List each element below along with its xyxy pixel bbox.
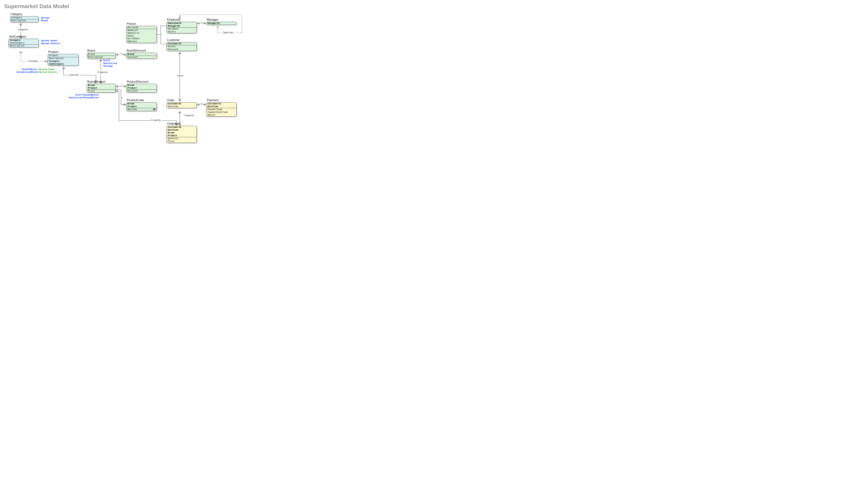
note-line: Bread	[41, 19, 49, 22]
attr: Salary	[167, 30, 197, 33]
attr: CustomerId	[167, 42, 197, 45]
entity-brandproduct: BrandProduct Brand Product Price	[87, 80, 116, 93]
note-bp-b: PeanutButter PeanutButter	[83, 94, 99, 99]
attr: ManagerId	[207, 22, 236, 25]
attr: Amount	[207, 114, 236, 117]
attr: CustomerId	[167, 126, 197, 129]
entity-payment: Payment CustomerId DateTime PaymentType …	[206, 98, 237, 117]
entity-caption: Payment	[206, 98, 237, 102]
entity-branddiscount: BrandDiscount Brand Discount	[126, 49, 157, 59]
attr: Brand	[126, 84, 156, 87]
attr: Category	[9, 39, 39, 42]
note-product-b: Spread Sweet Spread Savoury	[39, 68, 58, 74]
note-line: Spread	[41, 17, 49, 19]
entity-person: Person PersonId NameLast NameFirst Email…	[126, 22, 157, 43]
svg-point-71	[204, 22, 205, 24]
svg-line-11	[46, 60, 48, 61]
attr: Category	[48, 60, 78, 63]
attr: Brand	[87, 53, 116, 56]
attr: DateTime	[167, 105, 197, 108]
attr: HireDate	[167, 28, 197, 30]
entity-brand: Brand Brand Description	[87, 49, 116, 59]
attr: Price	[87, 90, 116, 92]
svg-line-12	[46, 61, 48, 62]
entity-caption: ProductCode	[126, 98, 157, 102]
entity-caption: OrderItem	[166, 122, 197, 126]
attr: Points	[167, 45, 197, 48]
rel-soldas: Is Sold As	[150, 119, 162, 122]
ak-badge: AK	[153, 108, 155, 111]
note-line: PeanutButter	[16, 68, 38, 71]
entity-manager: Manager ManagerId	[206, 18, 237, 25]
attr: Description	[48, 57, 78, 60]
attr: Description	[9, 45, 39, 47]
attr: Brand	[87, 84, 116, 87]
entity-subcategory: SubCategory Category SubCategory Descrip…	[9, 35, 39, 47]
diagram-canvas: Supermarket Data Model	[0, 0, 252, 148]
attr: Price	[167, 140, 197, 143]
attr: Discount	[126, 56, 156, 59]
attr: Product	[48, 54, 78, 57]
rel-is-pay: Is	[200, 103, 203, 105]
attr: BirthDate	[126, 37, 156, 40]
attr: SubCategory	[9, 42, 39, 44]
entity-product: Product Product Description Category Sub…	[48, 50, 78, 66]
rel-supervises: Supervises	[222, 31, 234, 34]
entity-caption: Customer	[166, 39, 197, 42]
note-line: Kellogs	[103, 65, 117, 67]
attr: Description	[87, 56, 116, 59]
entity-customer: Customer CustomerId Points Discount	[166, 39, 197, 51]
entity-order: Order CustomerId DateTime	[166, 98, 197, 108]
rel-comprises-2: Comprises	[97, 71, 108, 74]
svg-point-41	[123, 104, 125, 105]
attr: Email	[126, 34, 156, 37]
rel-is-emp: Is	[200, 21, 203, 24]
attr: Product	[87, 87, 116, 90]
rel-is-bd: Is	[120, 52, 123, 55]
attr: Product	[126, 87, 156, 90]
note-bp-a: Kraft Sanitarium	[66, 94, 82, 99]
note-line: Spread Savoury	[41, 42, 60, 45]
note-line: PeanutButter	[83, 94, 99, 96]
attr: CustomerId	[207, 103, 236, 105]
rel-classifies: Classifies	[28, 60, 39, 63]
entity-employee: Employee EmployeeId ManagerId HireDate S…	[166, 18, 197, 33]
entity-caption: Brand	[87, 49, 116, 53]
entity-caption: Product	[48, 50, 78, 54]
entity-caption: BrandProduct	[87, 80, 116, 84]
rel-existsas: Exists As	[69, 74, 79, 76]
entity-orderitem: OrderItem CustomerId DateTime Brand Prod…	[166, 122, 197, 143]
svg-point-66	[204, 104, 205, 105]
note-line: Spread Savoury	[39, 71, 58, 74]
entity-caption: Manager	[206, 18, 237, 22]
attr: Discount	[126, 90, 156, 92]
rel-is-pc: Is	[120, 96, 123, 99]
note-line: PeanutButter	[83, 96, 99, 99]
attr: SubCategory	[48, 63, 78, 65]
note-category: Spread Bread	[41, 17, 49, 22]
note-line: Spread Sweet	[39, 68, 58, 71]
entity-caption: Category	[10, 13, 39, 16]
note-line: Kraft	[103, 59, 117, 62]
attr: DateTime	[207, 105, 236, 108]
note-brand: Kraft Sanitarium Kellogs	[103, 59, 117, 67]
entity-caption: SubCategory	[9, 35, 39, 39]
attr: Address	[126, 40, 156, 43]
attr: Product	[126, 105, 156, 108]
note-line: Kraft	[66, 94, 82, 96]
attr: Product	[167, 134, 197, 137]
rel-comprises-3: Comprises	[183, 114, 195, 117]
attr: PaymentType	[207, 108, 236, 111]
svg-point-10	[45, 61, 46, 62]
note-line: CaramelisedOnion	[16, 71, 38, 74]
attr: Brand	[126, 103, 156, 105]
attr: NameFirst	[126, 32, 156, 34]
attr-text: BarCode	[127, 108, 137, 111]
attr: Discount	[167, 48, 197, 51]
entity-productcode: ProductCode Brand Product BarCode AK	[126, 98, 157, 111]
attr: ManagerId	[167, 25, 197, 28]
note-line: Spread Sweet	[41, 40, 60, 42]
attr: EmployeeId	[167, 22, 197, 25]
note-product-a: PeanutButter CaramelisedOnion	[16, 68, 38, 74]
attr: PersonId	[126, 26, 156, 29]
